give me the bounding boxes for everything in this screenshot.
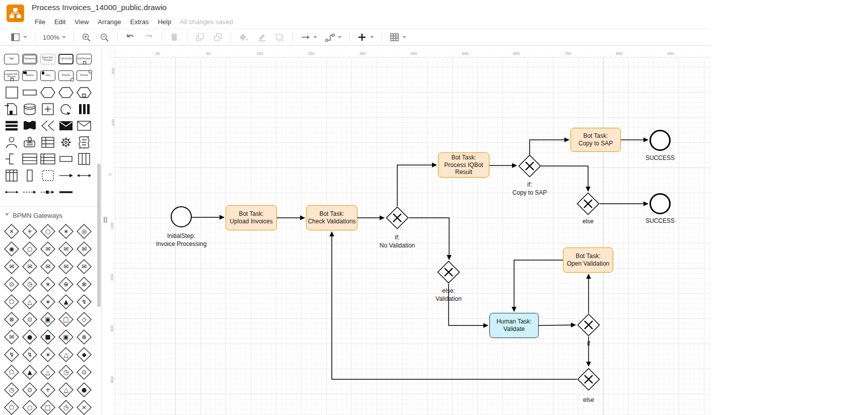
gateway-else-top[interactable] (576, 192, 600, 217)
gateway-shape[interactable]: ⊕ (57, 276, 75, 293)
delete-button[interactable] (167, 31, 182, 43)
gateway-shape[interactable]: + (21, 223, 39, 240)
gateway-shape[interactable]: △ (21, 293, 39, 310)
sidebar-splitter[interactable] (102, 46, 108, 415)
gateway-shape[interactable]: ∗ (39, 293, 57, 310)
bpmn-end-event-success-1[interactable] (649, 130, 671, 151)
gateway-shape[interactable]: ◎ (75, 223, 93, 240)
shape-message[interactable] (75, 118, 93, 133)
shape-message-flow[interactable] (39, 185, 57, 200)
shape-compensation[interactable] (39, 118, 57, 133)
undo-button[interactable] (123, 31, 138, 43)
shape-looped-sub-process[interactable]: Looped Sub-Process (3, 68, 21, 84)
gateway-shape[interactable]: × (3, 223, 21, 240)
waypoints-button[interactable] (323, 31, 344, 43)
shape-annotation[interactable] (3, 151, 21, 167)
to-back-button[interactable] (210, 31, 226, 43)
gateway-shape[interactable]: ↯ (3, 346, 21, 363)
shape-group[interactable] (39, 168, 57, 183)
shape-script-task[interactable] (75, 135, 93, 150)
gateway-shape[interactable]: ■ (39, 328, 57, 346)
shape-hexagon-1[interactable] (39, 85, 57, 100)
gateway-shape[interactable]: ✉ (75, 240, 93, 258)
gateway-shape[interactable]: ✉ (21, 258, 39, 275)
shape-process-1[interactable]: Process (57, 68, 75, 84)
shape-message-filled[interactable] (57, 118, 75, 133)
gateway-shape[interactable]: ◆ (75, 346, 93, 363)
shape-pool-horizontal[interactable] (21, 151, 39, 167)
flow-gw6-to-check[interactable] (332, 232, 577, 379)
bpmn-start-event[interactable] (171, 206, 192, 227)
gateway-shape[interactable]: ▲ (21, 364, 39, 381)
gateway-shape[interactable]: ● (21, 328, 39, 346)
menu-view[interactable]: View (70, 17, 93, 27)
task-process-iqbot-result[interactable]: Bot Task:Process IQBotResult (438, 152, 489, 178)
sidebar-scrollbar[interactable] (97, 163, 101, 307)
gateway-if-copy-to-sap[interactable] (518, 154, 541, 180)
shape-parallel-vertical[interactable] (75, 102, 93, 117)
gateway-shape[interactable]: ⊙ (3, 276, 21, 293)
gateway-shape[interactable]: ⊙ (21, 381, 39, 398)
gateway-shape[interactable]: ◷ (57, 364, 75, 381)
gateway-shape[interactable]: ✉ (39, 240, 57, 258)
table-button[interactable] (387, 31, 409, 43)
gateway-if-bottom[interactable] (577, 313, 600, 339)
shape-hexagon-2[interactable] (57, 85, 75, 100)
shape-event-sub-process[interactable]: Event Sub-Process (39, 52, 57, 67)
fill-color-button[interactable] (236, 31, 251, 43)
gateway-shape[interactable]: ⊗ (75, 328, 93, 346)
flow-gw2-to-copysap[interactable] (530, 140, 569, 155)
shape-sub-process[interactable]: Sub-Process (75, 52, 93, 67)
redo-button[interactable] (141, 31, 156, 43)
gateway-shape[interactable]: ⬠ (3, 364, 21, 381)
gateway-shape[interactable]: ⊙ (75, 364, 93, 381)
zoom-out-button[interactable] (97, 31, 112, 43)
shape-transaction[interactable]: Transaction (21, 52, 39, 67)
gateway-shape[interactable]: × (75, 399, 93, 415)
shape-vertical-lane[interactable] (21, 168, 39, 183)
shape-square[interactable] (3, 85, 21, 100)
gateway-shape[interactable]: ✉ (39, 258, 57, 275)
shape-lanes-vertical[interactable] (3, 168, 21, 183)
connection-button[interactable] (298, 31, 320, 43)
gateway-shape[interactable]: ⊗ (3, 311, 21, 328)
task-check-validations[interactable]: Bot Task:Check Validations (306, 205, 357, 230)
gateway-shape[interactable]: ● (75, 381, 93, 398)
gateway-shape[interactable]: ○ (39, 223, 57, 240)
shape-process-2[interactable]: Process (75, 68, 93, 84)
shadow-button[interactable] (272, 31, 287, 43)
line-color-button[interactable] (254, 31, 269, 43)
diagram-canvas[interactable]: InitialStep:Invoice ProcessingBot Task:U… (115, 58, 710, 415)
gateway-shape[interactable]: ⬠ (3, 399, 21, 415)
shape-user-task[interactable]: User (39, 68, 57, 84)
shape-link[interactable] (3, 185, 21, 200)
gateway-shape[interactable]: ◷ (3, 381, 21, 398)
to-front-button[interactable] (192, 31, 207, 43)
shape-lanes-horizontal[interactable] (39, 151, 57, 167)
shape-user[interactable] (3, 135, 21, 150)
shape-sequence-flow[interactable] (57, 168, 75, 183)
gateway-shape[interactable]: △ (57, 346, 75, 363)
gateway-shape[interactable]: ⬠ (3, 293, 21, 310)
zoom-in-button[interactable] (79, 31, 94, 43)
shape-pool-vertical[interactable] (75, 151, 93, 167)
shape-adhoc-flag[interactable] (21, 118, 39, 133)
gateway-shape[interactable]: △ (57, 381, 75, 398)
gateway-shape[interactable]: ✉ (75, 258, 93, 275)
shape-parallel-horizontal[interactable] (3, 118, 21, 133)
gateway-shape[interactable]: ◇ (75, 311, 93, 328)
insert-button[interactable] (355, 31, 377, 43)
gateway-shape[interactable]: △ (39, 364, 57, 381)
diagram-panel-toggle-button[interactable] (8, 31, 30, 43)
task-copy-to-sap[interactable]: Bot Task:Copy to SAP (570, 128, 621, 152)
shape-default-flow[interactable] (21, 185, 39, 200)
shape-thick-line[interactable] (57, 185, 75, 200)
shape-collapsed-pool[interactable] (57, 151, 75, 167)
flow-gw2-to-gw3[interactable] (541, 166, 588, 191)
gateway-shape[interactable]: ▣ (57, 328, 75, 346)
task-open-validation[interactable]: Bot Task:Open Validation (563, 247, 613, 273)
section-header-bpmn-gateways[interactable]: BPMN Gateways (0, 207, 101, 222)
gateway-shape[interactable]: □ (57, 311, 75, 328)
gateway-shape[interactable]: + (39, 381, 57, 398)
gateway-shape[interactable]: ▲ (57, 293, 75, 310)
